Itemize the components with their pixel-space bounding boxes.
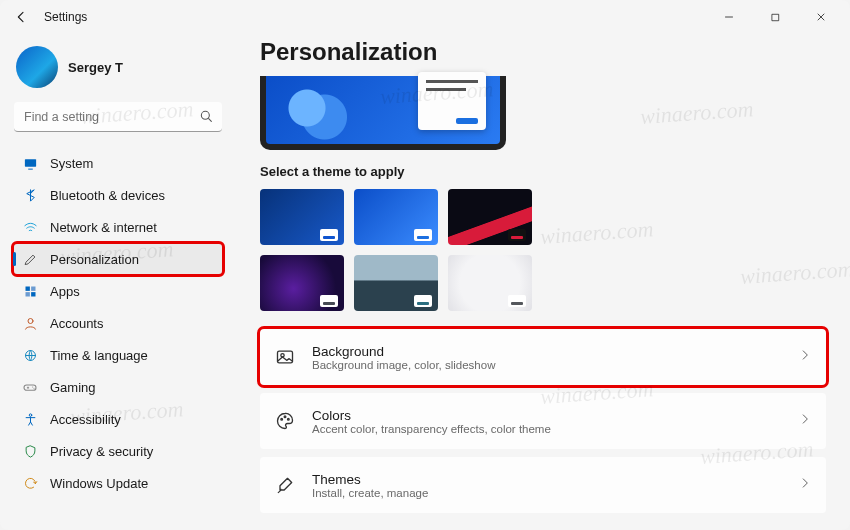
svg-point-10 (29, 413, 32, 416)
sidebar-item-label: Time & language (50, 348, 148, 363)
theme-option-4[interactable] (260, 255, 344, 311)
titlebar: Settings (0, 0, 850, 34)
svg-point-1 (201, 111, 209, 119)
close-icon (815, 11, 827, 23)
option-title: Background (312, 344, 782, 359)
desktop-preview[interactable] (260, 76, 506, 150)
page-title: Personalization (260, 38, 826, 66)
sidebar-item-personalization[interactable]: Personalization (14, 244, 222, 274)
update-icon (22, 475, 38, 491)
theme-option-6[interactable] (448, 255, 532, 311)
accessibility-icon (22, 411, 38, 427)
avatar (16, 46, 58, 88)
sidebar-item-label: System (50, 156, 93, 171)
option-subtitle: Install, create, manage (312, 487, 782, 499)
sidebar-item-gaming[interactable]: Gaming (14, 372, 222, 402)
theme-section-label: Select a theme to apply (260, 164, 826, 179)
option-background[interactable]: Background Background image, color, slid… (260, 329, 826, 385)
sidebar-item-privacy[interactable]: Privacy & security (14, 436, 222, 466)
preview-window-card (418, 72, 486, 130)
sidebar-item-label: Accessibility (50, 412, 121, 427)
svg-rect-3 (25, 286, 29, 290)
svg-rect-6 (31, 292, 35, 296)
sidebar-item-label: Accounts (50, 316, 103, 331)
personalization-options: Background Background image, color, slid… (260, 329, 826, 513)
sidebar-item-label: Apps (50, 284, 80, 299)
svg-point-13 (281, 419, 283, 421)
option-themes[interactable]: Themes Install, create, manage (260, 457, 826, 513)
option-title: Colors (312, 408, 782, 423)
nav-list: System Bluetooth & devices Network & int… (14, 148, 222, 498)
theme-option-5[interactable] (354, 255, 438, 311)
svg-point-14 (284, 416, 286, 418)
back-button[interactable] (12, 8, 30, 26)
shield-icon (22, 443, 38, 459)
bluetooth-icon (22, 187, 38, 203)
sidebar: Sergey T System Bluetooth & devices (0, 34, 232, 530)
sidebar-item-bluetooth[interactable]: Bluetooth & devices (14, 180, 222, 210)
chevron-right-icon (798, 476, 812, 494)
svg-rect-2 (24, 159, 35, 167)
maximize-button[interactable] (752, 2, 798, 32)
option-subtitle: Accent color, transparency effects, colo… (312, 423, 782, 435)
wallpaper-graphic (286, 84, 356, 144)
minimize-icon (723, 11, 735, 23)
username: Sergey T (68, 60, 123, 75)
settings-window: Settings Sergey T (0, 0, 850, 530)
chevron-right-icon (798, 348, 812, 366)
svg-point-15 (288, 419, 290, 421)
maximize-icon (770, 12, 781, 23)
option-subtitle: Background image, color, slideshow (312, 359, 782, 371)
gamepad-icon (22, 379, 38, 395)
sidebar-item-label: Windows Update (50, 476, 148, 491)
svg-rect-0 (772, 14, 778, 20)
sidebar-item-label: Personalization (50, 252, 139, 267)
svg-rect-4 (31, 286, 35, 290)
search-input[interactable] (14, 102, 222, 132)
sidebar-item-apps[interactable]: Apps (14, 276, 222, 306)
window-controls (706, 2, 844, 32)
user-profile[interactable]: Sergey T (14, 40, 222, 98)
sidebar-item-label: Gaming (50, 380, 96, 395)
close-button[interactable] (798, 2, 844, 32)
brush-icon (274, 474, 296, 496)
wifi-icon (22, 219, 38, 235)
sidebar-item-network[interactable]: Network & internet (14, 212, 222, 242)
theme-option-2[interactable] (354, 189, 438, 245)
arrow-left-icon (13, 9, 29, 25)
sidebar-item-label: Bluetooth & devices (50, 188, 165, 203)
paintbrush-icon (22, 251, 38, 267)
theme-option-3[interactable] (448, 189, 532, 245)
sidebar-item-update[interactable]: Windows Update (14, 468, 222, 498)
search-box[interactable] (14, 102, 222, 132)
apps-icon (22, 283, 38, 299)
search-icon (198, 108, 214, 124)
window-title: Settings (44, 10, 87, 24)
svg-point-7 (28, 318, 33, 323)
minimize-button[interactable] (706, 2, 752, 32)
sidebar-item-accessibility[interactable]: Accessibility (14, 404, 222, 434)
sidebar-item-label: Network & internet (50, 220, 157, 235)
person-icon (22, 315, 38, 331)
svg-rect-11 (278, 351, 293, 363)
chevron-right-icon (798, 412, 812, 430)
image-icon (274, 346, 296, 368)
svg-rect-9 (24, 385, 36, 390)
theme-grid (260, 189, 550, 311)
sidebar-item-time[interactable]: Time & language (14, 340, 222, 370)
main-panel: Personalization Select a theme to apply (232, 34, 850, 530)
globe-icon (22, 347, 38, 363)
palette-icon (274, 410, 296, 432)
svg-rect-5 (25, 292, 29, 296)
sidebar-item-label: Privacy & security (50, 444, 153, 459)
sidebar-item-accounts[interactable]: Accounts (14, 308, 222, 338)
theme-option-1[interactable] (260, 189, 344, 245)
sidebar-item-system[interactable]: System (14, 148, 222, 178)
option-title: Themes (312, 472, 782, 487)
option-colors[interactable]: Colors Accent color, transparency effect… (260, 393, 826, 449)
system-icon (22, 155, 38, 171)
